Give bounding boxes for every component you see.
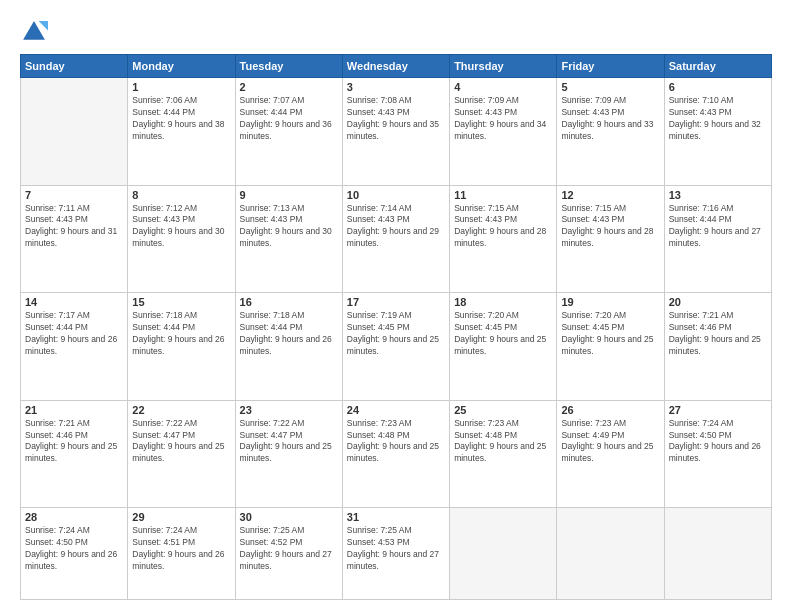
page: SundayMondayTuesdayWednesdayThursdayFrid… <box>0 0 792 612</box>
calendar-cell: 18Sunrise: 7:20 AMSunset: 4:45 PMDayligh… <box>450 293 557 401</box>
calendar-week-row: 7Sunrise: 7:11 AMSunset: 4:43 PMDaylight… <box>21 185 772 293</box>
calendar-cell: 13Sunrise: 7:16 AMSunset: 4:44 PMDayligh… <box>664 185 771 293</box>
day-number: 14 <box>25 296 123 308</box>
day-info: Sunrise: 7:24 AMSunset: 4:51 PMDaylight:… <box>132 525 230 573</box>
day-info: Sunrise: 7:21 AMSunset: 4:46 PMDaylight:… <box>25 418 123 466</box>
day-number: 10 <box>347 189 445 201</box>
day-info: Sunrise: 7:21 AMSunset: 4:46 PMDaylight:… <box>669 310 767 358</box>
day-info: Sunrise: 7:23 AMSunset: 4:48 PMDaylight:… <box>347 418 445 466</box>
calendar-cell: 5Sunrise: 7:09 AMSunset: 4:43 PMDaylight… <box>557 78 664 186</box>
day-number: 22 <box>132 404 230 416</box>
day-number: 19 <box>561 296 659 308</box>
day-number: 30 <box>240 511 338 523</box>
calendar-cell: 24Sunrise: 7:23 AMSunset: 4:48 PMDayligh… <box>342 400 449 508</box>
calendar-header-monday: Monday <box>128 55 235 78</box>
day-number: 18 <box>454 296 552 308</box>
calendar-header-row: SundayMondayTuesdayWednesdayThursdayFrid… <box>21 55 772 78</box>
day-info: Sunrise: 7:19 AMSunset: 4:45 PMDaylight:… <box>347 310 445 358</box>
day-number: 2 <box>240 81 338 93</box>
day-number: 5 <box>561 81 659 93</box>
calendar-cell: 12Sunrise: 7:15 AMSunset: 4:43 PMDayligh… <box>557 185 664 293</box>
calendar-cell: 31Sunrise: 7:25 AMSunset: 4:53 PMDayligh… <box>342 508 449 600</box>
day-number: 23 <box>240 404 338 416</box>
day-info: Sunrise: 7:18 AMSunset: 4:44 PMDaylight:… <box>132 310 230 358</box>
calendar-cell: 6Sunrise: 7:10 AMSunset: 4:43 PMDaylight… <box>664 78 771 186</box>
day-number: 31 <box>347 511 445 523</box>
calendar-cell: 25Sunrise: 7:23 AMSunset: 4:48 PMDayligh… <box>450 400 557 508</box>
day-number: 15 <box>132 296 230 308</box>
calendar-cell: 4Sunrise: 7:09 AMSunset: 4:43 PMDaylight… <box>450 78 557 186</box>
calendar-header-sunday: Sunday <box>21 55 128 78</box>
calendar-week-row: 1Sunrise: 7:06 AMSunset: 4:44 PMDaylight… <box>21 78 772 186</box>
calendar-cell: 19Sunrise: 7:20 AMSunset: 4:45 PMDayligh… <box>557 293 664 401</box>
day-number: 27 <box>669 404 767 416</box>
day-info: Sunrise: 7:25 AMSunset: 4:53 PMDaylight:… <box>347 525 445 573</box>
day-number: 24 <box>347 404 445 416</box>
calendar-cell: 27Sunrise: 7:24 AMSunset: 4:50 PMDayligh… <box>664 400 771 508</box>
day-info: Sunrise: 7:13 AMSunset: 4:43 PMDaylight:… <box>240 203 338 251</box>
calendar-cell: 30Sunrise: 7:25 AMSunset: 4:52 PMDayligh… <box>235 508 342 600</box>
day-info: Sunrise: 7:24 AMSunset: 4:50 PMDaylight:… <box>669 418 767 466</box>
day-info: Sunrise: 7:18 AMSunset: 4:44 PMDaylight:… <box>240 310 338 358</box>
day-info: Sunrise: 7:07 AMSunset: 4:44 PMDaylight:… <box>240 95 338 143</box>
day-number: 11 <box>454 189 552 201</box>
day-number: 1 <box>132 81 230 93</box>
calendar-cell: 21Sunrise: 7:21 AMSunset: 4:46 PMDayligh… <box>21 400 128 508</box>
day-info: Sunrise: 7:22 AMSunset: 4:47 PMDaylight:… <box>132 418 230 466</box>
header <box>20 18 772 46</box>
day-info: Sunrise: 7:25 AMSunset: 4:52 PMDaylight:… <box>240 525 338 573</box>
day-number: 17 <box>347 296 445 308</box>
logo <box>20 18 52 46</box>
logo-icon <box>20 18 48 46</box>
calendar-cell: 28Sunrise: 7:24 AMSunset: 4:50 PMDayligh… <box>21 508 128 600</box>
calendar-week-row: 14Sunrise: 7:17 AMSunset: 4:44 PMDayligh… <box>21 293 772 401</box>
day-number: 4 <box>454 81 552 93</box>
calendar-cell <box>664 508 771 600</box>
day-info: Sunrise: 7:20 AMSunset: 4:45 PMDaylight:… <box>454 310 552 358</box>
day-info: Sunrise: 7:08 AMSunset: 4:43 PMDaylight:… <box>347 95 445 143</box>
day-info: Sunrise: 7:11 AMSunset: 4:43 PMDaylight:… <box>25 203 123 251</box>
calendar-cell: 9Sunrise: 7:13 AMSunset: 4:43 PMDaylight… <box>235 185 342 293</box>
day-info: Sunrise: 7:22 AMSunset: 4:47 PMDaylight:… <box>240 418 338 466</box>
svg-marker-1 <box>39 21 48 30</box>
day-info: Sunrise: 7:15 AMSunset: 4:43 PMDaylight:… <box>561 203 659 251</box>
calendar-header-thursday: Thursday <box>450 55 557 78</box>
calendar-cell: 2Sunrise: 7:07 AMSunset: 4:44 PMDaylight… <box>235 78 342 186</box>
day-number: 16 <box>240 296 338 308</box>
day-number: 29 <box>132 511 230 523</box>
calendar-cell: 29Sunrise: 7:24 AMSunset: 4:51 PMDayligh… <box>128 508 235 600</box>
day-number: 13 <box>669 189 767 201</box>
day-info: Sunrise: 7:09 AMSunset: 4:43 PMDaylight:… <box>454 95 552 143</box>
day-info: Sunrise: 7:14 AMSunset: 4:43 PMDaylight:… <box>347 203 445 251</box>
day-number: 6 <box>669 81 767 93</box>
day-info: Sunrise: 7:23 AMSunset: 4:49 PMDaylight:… <box>561 418 659 466</box>
calendar-header-wednesday: Wednesday <box>342 55 449 78</box>
calendar-cell: 15Sunrise: 7:18 AMSunset: 4:44 PMDayligh… <box>128 293 235 401</box>
calendar-cell: 20Sunrise: 7:21 AMSunset: 4:46 PMDayligh… <box>664 293 771 401</box>
day-number: 9 <box>240 189 338 201</box>
calendar-header-saturday: Saturday <box>664 55 771 78</box>
calendar-cell: 22Sunrise: 7:22 AMSunset: 4:47 PMDayligh… <box>128 400 235 508</box>
day-info: Sunrise: 7:20 AMSunset: 4:45 PMDaylight:… <box>561 310 659 358</box>
day-number: 12 <box>561 189 659 201</box>
day-number: 26 <box>561 404 659 416</box>
day-number: 7 <box>25 189 123 201</box>
calendar-cell: 26Sunrise: 7:23 AMSunset: 4:49 PMDayligh… <box>557 400 664 508</box>
day-number: 21 <box>25 404 123 416</box>
day-info: Sunrise: 7:10 AMSunset: 4:43 PMDaylight:… <box>669 95 767 143</box>
calendar-cell <box>21 78 128 186</box>
calendar-cell: 11Sunrise: 7:15 AMSunset: 4:43 PMDayligh… <box>450 185 557 293</box>
calendar-cell: 7Sunrise: 7:11 AMSunset: 4:43 PMDaylight… <box>21 185 128 293</box>
day-info: Sunrise: 7:12 AMSunset: 4:43 PMDaylight:… <box>132 203 230 251</box>
calendar-cell: 10Sunrise: 7:14 AMSunset: 4:43 PMDayligh… <box>342 185 449 293</box>
calendar-cell: 8Sunrise: 7:12 AMSunset: 4:43 PMDaylight… <box>128 185 235 293</box>
calendar-header-tuesday: Tuesday <box>235 55 342 78</box>
day-number: 25 <box>454 404 552 416</box>
calendar-cell: 23Sunrise: 7:22 AMSunset: 4:47 PMDayligh… <box>235 400 342 508</box>
calendar-week-row: 28Sunrise: 7:24 AMSunset: 4:50 PMDayligh… <box>21 508 772 600</box>
calendar-cell: 1Sunrise: 7:06 AMSunset: 4:44 PMDaylight… <box>128 78 235 186</box>
day-info: Sunrise: 7:24 AMSunset: 4:50 PMDaylight:… <box>25 525 123 573</box>
calendar-week-row: 21Sunrise: 7:21 AMSunset: 4:46 PMDayligh… <box>21 400 772 508</box>
calendar-cell <box>450 508 557 600</box>
day-info: Sunrise: 7:17 AMSunset: 4:44 PMDaylight:… <box>25 310 123 358</box>
